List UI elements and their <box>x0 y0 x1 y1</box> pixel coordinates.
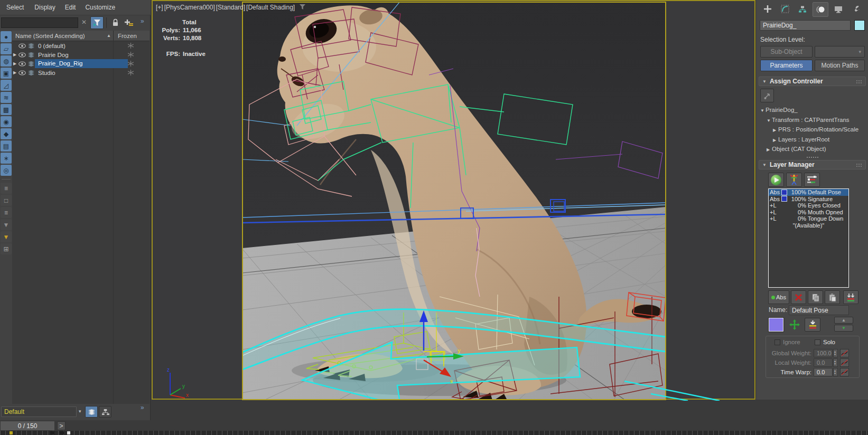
display-xrefs-icon[interactable]: ◉ <box>1 116 12 127</box>
layer-name-field[interactable]: Default Pose <box>789 305 849 315</box>
global-weight-curve-button[interactable] <box>840 349 849 357</box>
column-header-frozen[interactable]: Frozen <box>118 33 150 39</box>
display-containers-icon[interactable]: ▤ <box>1 140 12 152</box>
tab-utilities[interactable] <box>848 2 863 16</box>
layer-row[interactable]: Abs 100% Signature <box>769 196 848 203</box>
insert-layer-button[interactable] <box>843 290 858 304</box>
search-input[interactable] <box>1 17 78 28</box>
layer-color-chip[interactable] <box>781 190 787 195</box>
frozen-icon[interactable] <box>128 52 134 58</box>
display-bones-icon[interactable]: ◆ <box>1 128 12 139</box>
layer-stack-icon[interactable] <box>27 70 35 76</box>
viewport-menu-pov[interactable]: [PhysCamera000] <box>164 4 215 11</box>
table-row-selected[interactable]: ▶ Prairie_Dog_Rig <box>12 59 150 68</box>
clear-search-icon[interactable]: ✕ <box>80 18 88 27</box>
viewport-filter-icon[interactable] <box>299 4 306 10</box>
tree-item-object[interactable]: ▶Object (CAT Object) <box>760 145 858 155</box>
menu-edit[interactable]: Edit <box>65 4 76 11</box>
time-warp-spinner[interactable]: ▲▼ <box>833 368 838 376</box>
column-header-name[interactable]: Name (Sorted Ascending) <box>15 33 85 39</box>
sub-object-button[interactable]: Sub-Object <box>760 46 813 58</box>
eye-icon[interactable] <box>18 61 26 67</box>
assign-controller-rollout-header[interactable]: ▼ Assign Controller <box>759 77 866 86</box>
eye-icon[interactable] <box>18 70 26 75</box>
detail-view-icon[interactable]: ≡ <box>1 207 12 218</box>
layer-color-swatch[interactable] <box>769 318 783 332</box>
paste-layer-button[interactable] <box>825 290 840 304</box>
move-layer-down-button[interactable]: ▼ <box>834 325 853 332</box>
global-weight-field[interactable]: 100.0 <box>814 349 833 357</box>
move-layer-up-button[interactable]: ▲ <box>834 317 853 324</box>
display-particles-icon[interactable]: ∗ <box>1 153 12 164</box>
frozen-icon[interactable] <box>128 61 134 67</box>
global-weight-spinner[interactable]: ▲▼ <box>833 349 838 357</box>
tab-motion-active[interactable] <box>813 2 828 17</box>
filter-button[interactable] <box>90 16 104 29</box>
table-row[interactable]: ▶ Prairie Dog <box>12 50 150 59</box>
layer-mode-button[interactable] <box>85 406 98 418</box>
sort-ascending-icon[interactable]: ▲ <box>107 33 111 38</box>
solo-checkbox[interactable] <box>815 339 820 345</box>
viewport[interactable]: y x z x y [+] [PhysCamera000] [Standard]… <box>152 0 755 400</box>
tab-display[interactable] <box>831 2 846 16</box>
ignore-checkbox[interactable] <box>774 339 780 345</box>
sub-object-dropdown[interactable]: ▾ <box>815 46 865 58</box>
display-spacewarps-icon[interactable]: ≋ <box>1 92 12 103</box>
track-bar-key-dark2[interactable] <box>60 431 64 434</box>
local-weight-curve-button[interactable] <box>840 358 849 367</box>
track-bar[interactable] <box>0 431 868 435</box>
display-helpers-icon[interactable]: ◿ <box>1 80 12 91</box>
layer-row[interactable]: +L 0% Tongue Down <box>769 215 848 222</box>
layer-row-selected[interactable]: Abs 100% Default Pose <box>769 189 848 196</box>
layer-stack-icon[interactable] <box>27 43 35 49</box>
next-frame-button[interactable]: > <box>57 421 66 430</box>
table-row[interactable]: ▶ Studio <box>12 68 150 77</box>
play-animation-button[interactable] <box>768 173 784 187</box>
display-geometry-icon[interactable]: ● <box>1 31 12 42</box>
layer-manager-rollout-header[interactable]: ▼ Layer Manager <box>759 160 866 169</box>
blank-view-icon[interactable]: □ <box>1 195 12 206</box>
viewport-menu-shading[interactable]: [Default Shading] <box>246 4 295 11</box>
layer-list-options-button[interactable] <box>804 173 820 187</box>
display-lights-icon[interactable]: ◍ <box>1 55 12 67</box>
layer-stack-icon[interactable] <box>27 52 35 58</box>
time-warp-field[interactable]: 0.0 <box>814 368 833 376</box>
local-weight-spinner[interactable]: ▲▼ <box>833 358 838 367</box>
layer-row[interactable]: +L 0% Eyes Closed <box>769 202 848 209</box>
viewport-menu-renderer[interactable]: [Standard] <box>216 4 245 11</box>
copy-layer-button[interactable] <box>808 290 823 304</box>
display-hidden-icon[interactable]: ◎ <box>1 165 12 176</box>
filter-gray-icon[interactable]: ▼ <box>1 219 12 230</box>
layer-row[interactable]: +L 0% Mouth Opned <box>769 209 848 216</box>
filter-gold-icon[interactable]: ▼ <box>1 231 12 242</box>
frozen-icon[interactable] <box>128 43 134 49</box>
column-divider[interactable] <box>113 31 114 41</box>
tab-modify[interactable] <box>778 2 792 16</box>
display-shapes-icon[interactable]: ▱ <box>1 43 12 54</box>
tree-item-layers[interactable]: ▶Layers : LayerRoot <box>760 135 858 145</box>
time-warp-curve-button[interactable] <box>840 368 849 376</box>
menu-select[interactable]: Select <box>6 4 24 11</box>
hierarchy-mode-button[interactable] <box>99 406 111 418</box>
add-selection-set-button[interactable] <box>122 16 136 29</box>
move-all-mode-button[interactable] <box>787 318 802 332</box>
bottom-more-chevron[interactable]: » <box>141 404 144 411</box>
preset-dropdown-arrow[interactable]: ▾ <box>79 409 81 414</box>
tab-create[interactable] <box>760 2 775 16</box>
eye-icon[interactable] <box>18 52 26 58</box>
tree-item-transform[interactable]: ▼Transform : CATParentTrans <box>760 116 858 126</box>
assign-controller-button[interactable] <box>760 89 774 102</box>
collapse-layer-button[interactable] <box>805 318 820 332</box>
delete-layer-button[interactable] <box>791 290 806 304</box>
animation-layer-list[interactable]: Abs 100% Default Pose Abs 100% Signature… <box>768 188 849 288</box>
local-weight-field[interactable]: 0.0 <box>814 358 833 367</box>
display-cameras-icon[interactable]: ▣ <box>1 68 12 79</box>
rollout-resize-grip[interactable] <box>806 156 819 158</box>
current-frame-field[interactable]: 0 / 150 <box>0 421 55 431</box>
table-row[interactable]: 0 (default) <box>12 41 150 50</box>
object-name-field[interactable]: PrairieDog_ <box>760 20 851 31</box>
frozen-icon[interactable] <box>128 70 134 75</box>
track-bar-key-white[interactable] <box>67 431 70 434</box>
parameters-button[interactable]: Parameters <box>760 60 813 71</box>
layer-row-available[interactable]: "(Available)" <box>769 222 848 229</box>
